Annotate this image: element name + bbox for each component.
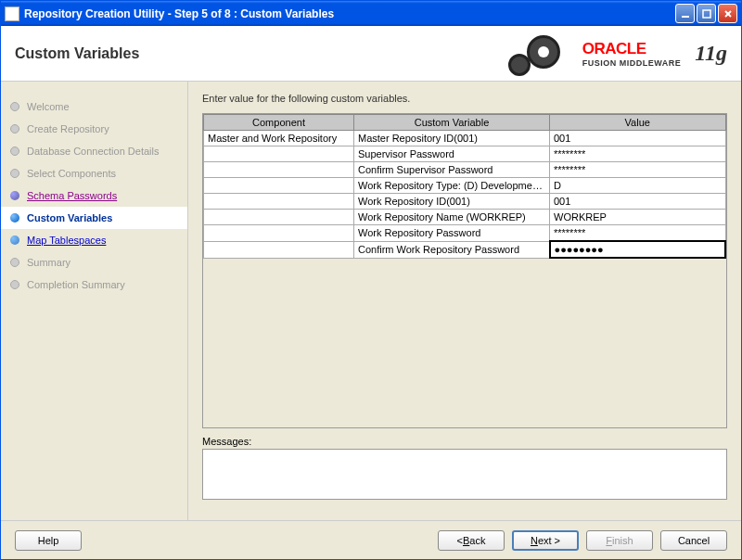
window: Repository Creation Utility - Step 5 of …: [0, 0, 742, 560]
button-bar: Help < Back Next > Finish Cancel: [1, 520, 741, 559]
window-controls: [675, 4, 737, 23]
body: WelcomeCreate RepositoryDatabase Connect…: [1, 82, 741, 520]
app-icon: [5, 6, 19, 21]
table-row: Confirm Supervisor Password********: [204, 162, 726, 178]
step-bullet-icon: [10, 213, 19, 223]
cancel-button[interactable]: Cancel: [660, 530, 727, 551]
step-bullet-icon: [10, 169, 19, 178]
table-row: Master and Work RepositoryMaster Reposit…: [204, 131, 726, 146]
cell-variable: Work Repository ID(001): [354, 194, 550, 210]
col-value: Value: [550, 115, 726, 131]
cell-variable: Confirm Work Repository Password: [354, 241, 550, 258]
wizard-step-4[interactable]: Schema Passwords: [10, 185, 178, 207]
step-bullet-icon: [10, 102, 19, 111]
titlebar: Repository Creation Utility - Step 5 of …: [1, 1, 741, 26]
table-row: Confirm Work Repository Password●●●●●●●●: [204, 241, 726, 258]
step-label: Create Repository: [27, 123, 109, 134]
window-title: Repository Creation Utility - Step 5 of …: [24, 7, 675, 20]
table-row: Work Repository ID(001)001: [204, 194, 726, 210]
col-component: Component: [204, 115, 354, 131]
cell-value[interactable]: ●●●●●●●●: [550, 241, 726, 258]
wizard-step-3: Select Components: [10, 162, 178, 185]
maximize-icon: [702, 9, 711, 19]
close-icon: [723, 9, 733, 19]
messages-box: [202, 449, 727, 500]
cell-value[interactable]: ********: [550, 225, 726, 242]
cell-variable: Master Repository ID(001): [354, 131, 550, 146]
step-label: Summary: [27, 257, 70, 268]
close-button[interactable]: [718, 4, 737, 23]
back-button[interactable]: < Back: [438, 530, 505, 551]
cell-value[interactable]: WORKREP: [550, 210, 726, 225]
cell-component: [204, 194, 354, 210]
cell-component: [204, 210, 354, 225]
step-label: Select Components: [27, 168, 116, 179]
cell-variable: Work Repository Name (WORKREP): [354, 210, 550, 225]
main-panel: Enter value for the following custom var…: [188, 82, 741, 520]
gears-decoration: [508, 31, 582, 77]
cell-value[interactable]: 001: [550, 131, 726, 146]
messages-label: Messages:: [202, 436, 727, 447]
header: Custom Variables ORACLE FUSION MIDDLEWAR…: [1, 26, 741, 82]
variables-table: Component Custom Variable Value Master a…: [203, 114, 726, 259]
cell-variable: Work Repository Password: [354, 225, 550, 242]
wizard-step-1: Create Repository: [10, 118, 178, 140]
cell-component: Master and Work Repository: [204, 131, 354, 146]
col-variable: Custom Variable: [354, 115, 550, 131]
instruction-text: Enter value for the following custom var…: [202, 93, 727, 104]
cell-component: [204, 225, 354, 242]
cell-value[interactable]: D: [550, 178, 726, 194]
step-label: Custom Variables: [27, 212, 112, 223]
step-label: Schema Passwords: [27, 190, 117, 201]
page-title: Custom Variables: [15, 45, 508, 62]
wizard-step-8: Completion Summary: [10, 274, 178, 296]
table-row: Supervisor Password********: [204, 146, 726, 162]
step-label: Completion Summary: [27, 279, 125, 290]
wizard-step-6[interactable]: Map Tablespaces: [10, 229, 178, 251]
step-bullet-icon: [10, 235, 19, 245]
cell-variable: Work Repository Type: (D) Developmen...: [354, 178, 550, 194]
cell-variable: Confirm Supervisor Password: [354, 162, 550, 178]
step-label: Map Tablespaces: [27, 235, 106, 246]
cell-value[interactable]: 001: [550, 194, 726, 210]
wizard-step-2: Database Connection Details: [10, 140, 178, 162]
svg-rect-0: [682, 16, 689, 18]
step-bullet-icon: [10, 146, 19, 156]
minimize-button[interactable]: [675, 4, 695, 23]
wizard-step-0: Welcome: [10, 95, 178, 118]
table-row: Work Repository Type: (D) Developmen...D: [204, 178, 726, 194]
gear-icon: [508, 54, 531, 76]
table-row: Work Repository Name (WORKREP)WORKREP: [204, 210, 726, 225]
cell-component: [204, 178, 354, 194]
help-button[interactable]: Help: [15, 530, 82, 551]
cell-component: [204, 146, 354, 162]
minimize-icon: [681, 9, 690, 19]
table-row: Work Repository Password********: [204, 225, 726, 242]
brand-main: ORACLE: [582, 40, 682, 58]
brand-sub: FUSION MIDDLEWARE: [582, 58, 682, 68]
step-bullet-icon: [10, 191, 19, 200]
step-bullet-icon: [10, 124, 19, 134]
wizard-step-7: Summary: [10, 251, 178, 274]
variables-table-container: Component Custom Variable Value Master a…: [202, 113, 727, 428]
step-label: Welcome: [27, 101, 70, 112]
step-label: Database Connection Details: [27, 146, 159, 157]
cell-value[interactable]: ********: [550, 162, 726, 178]
next-button[interactable]: Next >: [512, 530, 579, 551]
step-bullet-icon: [10, 258, 19, 267]
finish-button: Finish: [586, 530, 653, 551]
maximize-button[interactable]: [697, 4, 716, 23]
brand-version: 11g: [695, 41, 727, 66]
svg-rect-1: [703, 10, 710, 18]
step-bullet-icon: [10, 280, 19, 289]
gear-icon: [527, 35, 560, 69]
cell-value[interactable]: ********: [550, 146, 726, 162]
cell-component: [204, 162, 354, 178]
wizard-step-5: Custom Variables: [1, 207, 187, 229]
cell-component: [204, 241, 354, 258]
wizard-sidebar: WelcomeCreate RepositoryDatabase Connect…: [1, 82, 188, 520]
brand-logo: ORACLE FUSION MIDDLEWARE 11g: [582, 40, 727, 68]
cell-variable: Supervisor Password: [354, 146, 550, 162]
